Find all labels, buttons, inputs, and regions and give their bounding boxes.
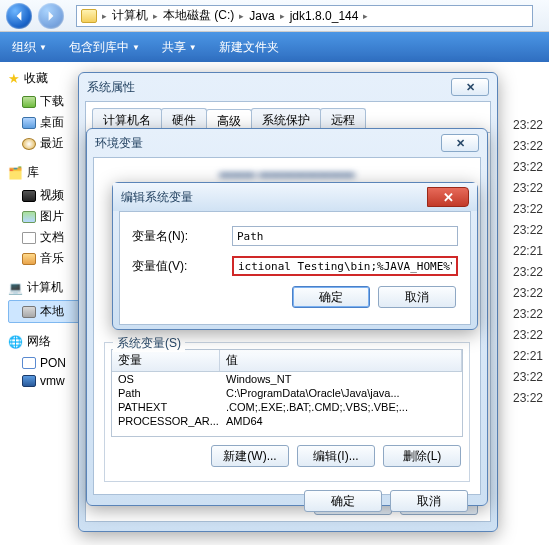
forward-button[interactable] bbox=[38, 3, 64, 29]
delete-button[interactable]: 删除(L) bbox=[383, 445, 461, 467]
variable-name-input[interactable] bbox=[232, 226, 458, 246]
col-variable[interactable]: 变量 bbox=[112, 350, 220, 371]
cancel-button[interactable]: 取消 bbox=[378, 286, 456, 308]
file-times-column: 23:2223:2223:22 23:2223:2223:22 22:2123:… bbox=[513, 118, 543, 407]
edit-variable-dialog: 编辑系统变量 ✕ 变量名(N): 变量值(V): 确定 取消 bbox=[112, 182, 478, 330]
sidebar-pon[interactable]: PON bbox=[8, 354, 86, 372]
sidebar-favorites[interactable]: 收藏 bbox=[8, 70, 86, 87]
variable-value-label: 变量值(V): bbox=[132, 258, 232, 275]
sidebar-local-disk[interactable]: 本地 bbox=[8, 300, 86, 323]
window-title: 系统属性 bbox=[87, 79, 451, 96]
sidebar-pictures[interactable]: 图片 bbox=[8, 206, 86, 227]
window-title: 环境变量 bbox=[95, 135, 441, 152]
sidebar-network[interactable]: 网络 bbox=[8, 333, 86, 350]
sidebar-desktop[interactable]: 桌面 bbox=[8, 112, 86, 133]
edit-button[interactable]: 编辑(I)... bbox=[297, 445, 375, 467]
newfolder-button[interactable]: 新建文件夹 bbox=[219, 39, 279, 56]
sidebar-music[interactable]: 音乐 bbox=[8, 248, 86, 269]
close-button[interactable]: ✕ bbox=[441, 134, 479, 152]
share-menu[interactable]: 共享▼ bbox=[162, 39, 197, 56]
crumb-jdk[interactable]: jdk1.8.0_144 bbox=[290, 9, 359, 23]
sidebar-videos[interactable]: 视频 bbox=[8, 185, 86, 206]
close-button[interactable]: ✕ bbox=[451, 78, 489, 96]
dialog-title: 编辑系统变量 bbox=[121, 189, 427, 206]
table-row[interactable]: PROCESSOR_AR...AMD64 bbox=[112, 414, 462, 428]
ok-button[interactable]: 确定 bbox=[304, 490, 382, 512]
table-row[interactable]: PathC:\ProgramData\Oracle\Java\java... bbox=[112, 386, 462, 400]
back-button[interactable] bbox=[6, 3, 32, 29]
sidebar-recent[interactable]: 最近 bbox=[8, 133, 86, 154]
sidebar-vmw[interactable]: vmw bbox=[8, 372, 86, 390]
table-row[interactable]: PATHEXT.COM;.EXE;.BAT;.CMD;.VBS;.VBE;... bbox=[112, 400, 462, 414]
close-button[interactable]: ✕ bbox=[427, 187, 469, 207]
explorer-toolbar: 组织▼ 包含到库中▼ 共享▼ 新建文件夹 bbox=[0, 32, 549, 62]
crumb-disk[interactable]: 本地磁盘 (C:) bbox=[163, 7, 234, 24]
variable-name-label: 变量名(N): bbox=[132, 228, 232, 245]
sidebar-documents[interactable]: 文档 bbox=[8, 227, 86, 248]
variable-value-input[interactable] bbox=[232, 256, 458, 276]
crumb-computer[interactable]: 计算机 bbox=[112, 7, 148, 24]
explorer-nav-bar: ▸ 计算机▸ 本地磁盘 (C:)▸ Java▸ jdk1.8.0_144▸ bbox=[0, 0, 549, 32]
include-menu[interactable]: 包含到库中▼ bbox=[69, 39, 140, 56]
cancel-button[interactable]: 取消 bbox=[390, 490, 468, 512]
sidebar-downloads[interactable]: 下载 bbox=[8, 91, 86, 112]
system-variables-table[interactable]: 变量值 OSWindows_NT PathC:\ProgramData\Orac… bbox=[111, 349, 463, 437]
table-row[interactable]: OSWindows_NT bbox=[112, 372, 462, 386]
sidebar-computer[interactable]: 计算机 bbox=[8, 279, 86, 296]
sidebar-libraries[interactable]: 库 bbox=[8, 164, 86, 181]
folder-icon bbox=[81, 9, 97, 23]
crumb-java[interactable]: Java bbox=[249, 9, 274, 23]
new-button[interactable]: 新建(W)... bbox=[211, 445, 289, 467]
nav-sidebar: 收藏 下载 桌面 最近 库 视频 图片 文档 音乐 计算机 本地 网络 PON … bbox=[0, 62, 86, 545]
ok-button[interactable]: 确定 bbox=[292, 286, 370, 308]
system-variables-label: 系统变量(S) bbox=[113, 335, 185, 352]
organize-menu[interactable]: 组织▼ bbox=[12, 39, 47, 56]
address-bar[interactable]: ▸ 计算机▸ 本地磁盘 (C:)▸ Java▸ jdk1.8.0_144▸ bbox=[76, 5, 533, 27]
col-value[interactable]: 值 bbox=[220, 350, 462, 371]
